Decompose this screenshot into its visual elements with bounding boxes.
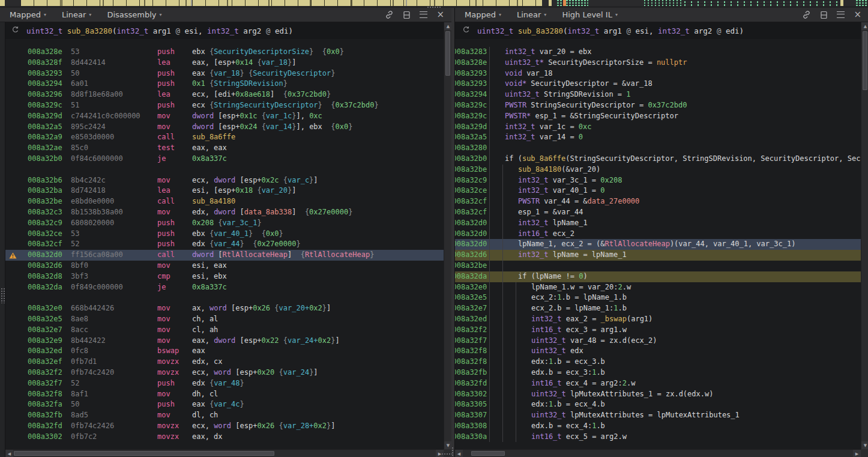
asm-blank-row[interactable]	[5, 292, 444, 303]
hlil-row[interactable]: 008a32e0lpName_1.w = var_20:2.w	[455, 282, 861, 293]
asm-row[interactable]: 008a32946a01push0x1 {StringSDRevision}	[5, 79, 444, 89]
hlil-row[interactable]: 008a32fbedx.b = ecx_3:1.b	[455, 368, 861, 378]
function-header[interactable]: uint32_t sub_8a3280(int32_t arg1 @ esi, …	[455, 22, 861, 39]
scroll-up-icon[interactable]: ▲	[861, 22, 868, 30]
hlil-row[interactable]: 008a32daif (lpName != 0)	[455, 271, 861, 282]
asm-row[interactable]: 008a32d0ff156ca08a00calldword [RtlAlloca…	[5, 250, 444, 261]
hlil-row[interactable]: 008a32c9int32_t var_3c_1 = 0x208	[455, 175, 861, 186]
layout-selector[interactable]: Linear▾	[62, 10, 91, 19]
hlil-row[interactable]: 008a32e7ecx_2.b = lpName_1:1.b	[455, 303, 861, 314]
hlil-row[interactable]: 008a329cPWSTR* esp_1 = &StringSecurityDe…	[455, 111, 861, 122]
asm-row[interactable]: 008a32c96808020000push0x208 {var_3c_1}	[5, 218, 444, 229]
vertical-scrollbar[interactable]: ▲ ▼	[861, 22, 868, 449]
asm-row[interactable]: 008a32ce53pushebx {var_40_1} {0x0}	[5, 229, 444, 240]
hlil-row[interactable]: 008a32ceint32_t var_40_1 = 0	[455, 186, 861, 196]
hlil-row[interactable]: 008a3293void* SecurityDescriptor = &var_…	[455, 79, 861, 89]
function-header[interactable]: uint32_t sub_8a3280(int32_t arg1 @ esi, …	[5, 22, 444, 39]
hlil-row[interactable]: 008a3302uint32_t lpMutexAttributes_1 = z…	[455, 389, 861, 400]
asm-row[interactable]: 008a32ed0fc8bswapeax	[5, 346, 444, 357]
asm-row[interactable]: 008a329dc744241c0c000000movdword [esp+0x…	[5, 111, 444, 122]
hlil-row[interactable]: 008a3307uint32_t lpMutexAttributes = lpM…	[455, 410, 861, 421]
asm-row[interactable]: 008a32f20fb74c2420movzxecx, word [esp+0x…	[5, 368, 444, 378]
split-sync-icon[interactable]	[820, 11, 828, 19]
hlil-row[interactable]: 008a32b0if (sub_8a6ffe(StringSecurityDes…	[455, 154, 861, 165]
vertical-scrollbar[interactable]: ▲ ▼	[444, 22, 451, 449]
asm-row[interactable]: 008a32ba8d742418leaesi, [esp+0x18 {var_2…	[5, 186, 444, 196]
il-level-selector[interactable]: High Level IL▾	[562, 10, 618, 19]
scroll-up-icon[interactable]: ▲	[444, 22, 451, 30]
hlil-row[interactable]: 008a32d0int16_t ecx_2	[455, 229, 861, 240]
view-mode-selector[interactable]: Mapped▾	[10, 10, 46, 19]
hlil-row[interactable]: 008a328euint32_t* SecurityDescriptorSize…	[455, 58, 861, 68]
hlil-row[interactable]: 008a330aint16_t ecx_5 = arg2.w	[455, 432, 861, 443]
hlil-row[interactable]: 008a32e5ecx_2:1.b = lpName_1.b	[455, 292, 861, 303]
horizontal-scrollbar[interactable]: ◀ ▶	[455, 449, 861, 457]
asm-row[interactable]: 008a32bee8bd0e0000callsub_8a4180	[5, 196, 444, 207]
asm-blank-row[interactable]	[5, 165, 444, 175]
asm-row[interactable]: 008a32f88af1movdh, cl	[5, 389, 444, 400]
asm-row[interactable]: 008a32b68b4c242cmovecx, dword [esp+0x2c …	[5, 175, 444, 186]
scroll-right-icon[interactable]: ▶	[853, 450, 861, 457]
hlil-blank-row[interactable]: 008a32be	[455, 261, 861, 271]
hlil-row[interactable]: 008a329dint32_t var_1c = 0xc	[455, 122, 861, 133]
scroll-down-icon[interactable]: ▼	[861, 441, 868, 449]
asm-row[interactable]: 008a32e98b442422moveax, dword [esp+0x22 …	[5, 336, 444, 347]
hlil-row[interactable]: 008a3293void var_18	[455, 68, 861, 79]
asm-row[interactable]: 008a32cf52pushedx {var_44} {0x27e0000}	[5, 239, 444, 250]
hlil-row[interactable]: 008a32f8edx:1.b = ecx_3.b	[455, 357, 861, 368]
scrollbar-thumb[interactable]	[471, 451, 505, 456]
hlil-row[interactable]: 008a32d0int32_t lpName_1	[455, 218, 861, 229]
asm-row[interactable]: 008a32ae85c0testeax, eax	[5, 143, 444, 154]
menu-icon[interactable]	[837, 11, 845, 18]
feature-map[interactable]	[0, 0, 868, 6]
asm-row[interactable]: 008a329350pusheax {var_18} {SecurityDesc…	[5, 68, 444, 79]
asm-row[interactable]: 008a32e0668b442426movax, word [esp+0x26 …	[5, 303, 444, 314]
hlil-row[interactable]: 008a3283int32_t var_20 = ebx	[455, 47, 861, 58]
hlil-row[interactable]: 008a32cfPWSTR var_44 = &data_27e0000	[455, 196, 861, 207]
asm-row[interactable]: 008a32b00f84c6000000je0x8a337c	[5, 154, 444, 165]
asm-row[interactable]: 008a32c38b1538b38a00movedx, dword [data_…	[5, 207, 444, 218]
hlil-row[interactable]: 008a32edint32_t eax_2 = _bswap(arg1)	[455, 314, 861, 325]
close-icon[interactable]: ×	[854, 10, 861, 19]
hlil-row[interactable]: 008a32f8uint32_t edx	[455, 346, 861, 357]
asm-row[interactable]: 008a32e58ae8movch, al	[5, 314, 444, 325]
asm-row[interactable]: 008a32fb8ad5movdl, ch	[5, 410, 444, 421]
layout-selector[interactable]: Linear▾	[517, 10, 546, 19]
hlil-row[interactable]: 008a32fdint16_t ecx_4 = arg2:2.w	[455, 378, 861, 389]
menu-icon[interactable]	[420, 11, 427, 18]
view-mode-selector[interactable]: Mapped▾	[465, 10, 501, 19]
close-icon[interactable]: ×	[436, 10, 444, 19]
asm-row[interactable]: 008a328e53pushebx {SecurityDescriptorSiz…	[5, 47, 444, 58]
split-sync-icon[interactable]	[403, 11, 411, 19]
asm-row[interactable]: 008a32a9e8503d0000callsub_8a6ffe	[5, 132, 444, 143]
hlil-row[interactable]: 008a32f2int16_t ecx_3 = arg1.w	[455, 325, 861, 336]
sidebar-splitter[interactable]	[0, 22, 5, 457]
horizontal-scrollbar[interactable]: ◀ ▶	[5, 449, 444, 457]
il-level-selector[interactable]: Disassembly▾	[107, 10, 161, 19]
scrollbar-thumb[interactable]	[445, 31, 450, 76]
scrollbar-thumb[interactable]	[863, 31, 867, 90]
asm-row[interactable]: 008a32a5895c2424movdword [esp+0x24 {var_…	[5, 122, 444, 133]
asm-row[interactable]: 008a32fa50pusheax {var_4c}	[5, 399, 444, 410]
hlil-blank-row[interactable]: 008a3280	[455, 143, 861, 154]
asm-row[interactable]: 008a32da0f849c000000je0x8a337c	[5, 282, 444, 293]
asm-row[interactable]: 008a32d68bf0movesi, eax	[5, 261, 444, 271]
hlil-row[interactable]: 008a32d6int32_t lpName = lpName_1	[455, 250, 861, 261]
link-icon[interactable]	[802, 10, 811, 19]
asm-row[interactable]: 008a328f8d442414leaeax, [esp+0x14 {var_1…	[5, 58, 444, 68]
hlil-row[interactable]: 008a329cPWSTR StringSecurityDescriptor =…	[455, 100, 861, 111]
scroll-down-icon[interactable]: ▼	[444, 441, 451, 449]
hlil-row[interactable]: 008a32f7uint32_t var_48 = zx.d(ecx_2)	[455, 336, 861, 347]
asm-row[interactable]: 008a32e78accmovcl, ah	[5, 325, 444, 336]
asm-row[interactable]: 008a32fd0fb74c2426movzxecx, word [esp+0x…	[5, 421, 444, 432]
asm-row[interactable]: 008a329c51pushecx {StringSecurityDescrip…	[5, 100, 444, 111]
hlil-row[interactable]: 008a3305edx:1.b = ecx_4.b	[455, 399, 861, 410]
hlil-row[interactable]: 008a3294uint32_t StringSDRevision = 1	[455, 89, 861, 100]
scroll-left-icon[interactable]: ◀	[455, 450, 463, 457]
link-icon[interactable]	[385, 10, 394, 19]
asm-row[interactable]: 008a32d83bf3cmpesi, ebx	[5, 271, 444, 282]
hlil-row[interactable]: 008a32besub_8a4180(&var_20)	[455, 165, 861, 175]
hlil-row[interactable]: 008a32a5int32_t var_14 = 0	[455, 132, 861, 143]
asm-row[interactable]: 008a32968d8f18e68a00leaecx, [edi+0x8ae61…	[5, 89, 444, 100]
hlil-row[interactable]: 008a32cfesp_1 = &var_44	[455, 207, 861, 218]
